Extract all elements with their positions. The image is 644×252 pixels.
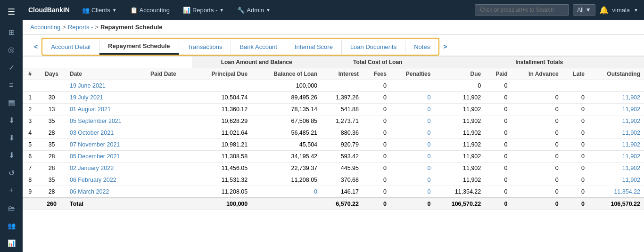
row-date[interactable]: 02 January 2022: [66, 163, 147, 174]
notification-icon[interactable]: 🔔: [599, 6, 609, 15]
breadcrumb-accounting[interactable]: Accounting: [30, 24, 60, 31]
row-paid-date: [147, 163, 192, 174]
row-date[interactable]: 05 September 2021: [66, 115, 147, 127]
nav-admin[interactable]: 🔧 Admin ▼: [232, 5, 275, 16]
nav-clients[interactable]: 👥 Clients ▼: [77, 5, 122, 16]
row-principal-due: 10,504.74: [192, 92, 251, 104]
table-row: 1 30 19 July 2021 10,504.74 89,495.26 1,…: [23, 92, 644, 104]
row-penalties: 0: [390, 163, 434, 174]
nav-accounting[interactable]: 📋 Accounting: [125, 5, 174, 16]
penalties-link[interactable]: 0: [427, 165, 430, 171]
username-label[interactable]: vimala: [612, 7, 630, 14]
row-interest: 1,273.71: [321, 115, 363, 127]
search-input[interactable]: [475, 4, 569, 16]
bars-icon[interactable]: ▤: [0, 94, 23, 111]
table-row: 4 28 03 October 2021 11,021.64 56,485.21…: [23, 127, 644, 139]
penalties-link[interactable]: 0: [427, 153, 430, 160]
total-days: 260: [37, 198, 66, 210]
nav-reports[interactable]: 📊 Reports - ▼: [178, 5, 229, 16]
row-days: 30: [37, 92, 66, 104]
grid-icon[interactable]: ⊞: [0, 24, 23, 41]
tab-internal-score[interactable]: Internal Score: [286, 40, 342, 54]
row-paid: 0: [485, 115, 511, 127]
row-interest: 370.68: [321, 174, 363, 186]
folder-icon[interactable]: 🗁: [0, 199, 23, 217]
table-row: 5 35 07 November 2021 10,981.21 45,504 9…: [23, 139, 644, 151]
row-paid-date: [147, 115, 192, 127]
row-due: 11,354.22: [434, 186, 485, 198]
tab-repayment-schedule[interactable]: Repayment Schedule: [99, 39, 179, 55]
row-late: 0: [562, 104, 588, 115]
row-balance: 56,485.21: [251, 127, 321, 139]
tab-notes[interactable]: Notes: [405, 40, 438, 54]
row-balance: 0: [251, 186, 321, 198]
total-late: 0: [562, 198, 588, 210]
row-date[interactable]: 01 August 2021: [66, 104, 147, 115]
row-outstanding: 11,902: [588, 115, 644, 127]
admin-icon: 🔧: [237, 7, 245, 14]
penalties-link[interactable]: 0: [427, 94, 430, 101]
main-area: CloudBankIN 👥 Clients ▼ 📋 Accounting 📊 R…: [23, 0, 644, 252]
row-late: 0: [562, 174, 588, 186]
row-fees: 0: [363, 104, 390, 115]
penalties-link[interactable]: 0: [427, 177, 430, 183]
breadcrumb-reports[interactable]: Reports -: [68, 24, 93, 31]
table-row: 3 35 05 September 2021 10,628.29 67,506.…: [23, 115, 644, 127]
table-row: 9 28 06 March 2022 11,208.05 0 146.17 0 …: [23, 186, 644, 198]
row-principal-due: 11,456.05: [192, 163, 251, 174]
tab-account-detail[interactable]: Account Detail: [42, 40, 99, 54]
list-icon[interactable]: ≡: [0, 76, 23, 94]
plus-icon[interactable]: +: [0, 182, 23, 199]
row-date[interactable]: 03 October 2021: [66, 127, 147, 139]
row-num: 2: [23, 104, 37, 115]
balance-link[interactable]: 0: [314, 188, 317, 195]
download1-icon[interactable]: ⬇: [0, 112, 23, 129]
chart-icon[interactable]: 📊: [0, 235, 23, 252]
penalties-link[interactable]: 0: [427, 118, 430, 124]
row-date[interactable]: 06 February 2022: [66, 174, 147, 186]
row-fees: 0: [363, 174, 390, 186]
tab-loan-documents[interactable]: Loan Documents: [342, 40, 405, 54]
row-date[interactable]: 05 December 2021: [66, 151, 147, 163]
menu-button[interactable]: ☰: [0, 0, 23, 24]
tab-transactions[interactable]: Transactions: [179, 40, 231, 54]
penalties-link[interactable]: 0: [427, 141, 430, 148]
col-in-advance: In Advance: [511, 68, 562, 80]
penalties-link[interactable]: 0: [427, 188, 430, 195]
row-fees: 0: [363, 80, 390, 92]
row-due: 0: [434, 80, 485, 92]
penalties-link[interactable]: 0: [427, 106, 430, 113]
penalties-link[interactable]: 0: [427, 130, 430, 136]
row-outstanding: 11,902: [588, 151, 644, 163]
group-header-row: Loan Amount and Balance Total Cost of Lo…: [23, 57, 644, 68]
row-penalties: 0: [390, 186, 434, 198]
row-date[interactable]: 06 March 2022: [66, 186, 147, 198]
tabs-next-button[interactable]: >: [439, 40, 451, 53]
tabs-prev-button[interactable]: <: [30, 40, 41, 53]
col-date: Date: [66, 68, 147, 80]
row-in-advance: 0: [511, 186, 562, 198]
row-fees: 0: [363, 139, 390, 151]
col-interest: Interest: [321, 68, 363, 80]
check-icon[interactable]: ✓: [0, 59, 23, 76]
clients-arrow: ▼: [112, 8, 117, 13]
total-penalties: 0: [390, 198, 434, 210]
row-late: 0: [562, 127, 588, 139]
download3-icon[interactable]: ⬇: [0, 146, 23, 164]
total-cost-header: Total Cost of Loan: [321, 57, 434, 68]
refresh-icon[interactable]: ↺: [0, 164, 23, 182]
download2-icon[interactable]: ⬇: [0, 129, 23, 146]
row-late: 0: [562, 139, 588, 151]
total-outstanding: 106,570.22: [588, 198, 644, 210]
row-principal-due: 10,628.29: [192, 115, 251, 127]
tab-bank-account[interactable]: Bank Account: [231, 40, 286, 54]
row-date[interactable]: 19 July 2021: [66, 92, 147, 104]
search-filter-dropdown[interactable]: All ▼: [573, 4, 595, 16]
row-date[interactable]: 19 June 2021: [66, 80, 147, 92]
circle-icon[interactable]: ◎: [0, 41, 23, 58]
row-due: 11,902: [434, 115, 485, 127]
row-late: 0: [562, 163, 588, 174]
row-date[interactable]: 07 November 2021: [66, 139, 147, 151]
row-penalties: 0: [390, 174, 434, 186]
users-icon[interactable]: 👥: [0, 217, 23, 234]
